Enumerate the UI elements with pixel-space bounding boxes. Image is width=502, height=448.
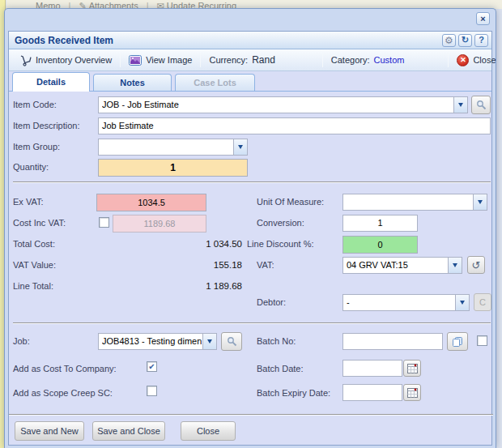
- details-form: Item Code: JOB - Job Estimate Item Descr…: [9, 92, 491, 444]
- vat-value-label: VAT Value:: [13, 260, 56, 270]
- goods-received-item-window: × Goods Received Item ⚙ ↻ ? Inventory Ov…: [4, 8, 496, 448]
- image-icon: [129, 55, 142, 66]
- category-value-link[interactable]: Custom: [374, 55, 405, 65]
- line-discount-label: Line Discount %:: [247, 239, 314, 249]
- batch-date-label: Batch Date:: [257, 364, 303, 373]
- footer-divider: [9, 414, 493, 416]
- close-icon: ×: [480, 15, 485, 23]
- close-circle-icon: ✕: [457, 54, 469, 66]
- quantity-input[interactable]: 1: [98, 159, 248, 177]
- section-divider: [13, 322, 491, 324]
- debtor-label: Debtor:: [257, 297, 286, 307]
- save-and-close-button[interactable]: Save and Close: [92, 421, 165, 441]
- line-total-label: Line Total:: [13, 281, 53, 291]
- item-group-label: Item Group:: [13, 142, 60, 151]
- item-code-search-button[interactable]: [471, 96, 491, 114]
- job-label: Job:: [13, 336, 30, 346]
- vat-value-value: 155.18: [138, 260, 242, 270]
- batch-expiry-date-input[interactable]: [342, 384, 402, 401]
- conversion-input[interactable]: 1: [342, 215, 418, 232]
- section-divider: [13, 181, 491, 183]
- refresh-icon: ↻: [462, 36, 469, 45]
- chevron-down-icon[interactable]: [448, 258, 462, 273]
- toolbar-separator: [200, 53, 201, 67]
- batch-no-input[interactable]: [342, 333, 443, 350]
- vat-label: VAT:: [257, 260, 274, 270]
- currency-display: Currency: Rand: [204, 51, 279, 69]
- add-cost-to-company-label: Add as Cost To Company:: [13, 364, 117, 373]
- chevron-down-icon[interactable]: [473, 194, 487, 210]
- settings-button[interactable]: ⚙: [442, 34, 456, 47]
- tab-case-lots: Case Lots: [175, 74, 255, 91]
- vat-combo[interactable]: 04 GRV VAT:15: [342, 257, 462, 274]
- item-code-label: Item Code:: [13, 100, 57, 109]
- copy-icon: [452, 336, 463, 348]
- total-cost-value: 1 034.50: [138, 239, 242, 249]
- batch-expiry-date-picker-button[interactable]: [403, 384, 421, 401]
- cost-inc-vat-checkbox[interactable]: [99, 217, 109, 228]
- panel-header: Goods Received Item ⚙ ↻ ?: [9, 32, 491, 49]
- cost-inc-vat-input: 1189.68: [113, 215, 206, 233]
- conversion-label: Conversion:: [257, 218, 304, 228]
- unit-of-measure-combo[interactable]: [342, 194, 487, 211]
- cost-inc-vat-label: Cost Inc VAT:: [13, 218, 66, 228]
- debtor-c-button: C: [474, 293, 491, 311]
- calendar-icon: [407, 387, 418, 398]
- close-button[interactable]: Close: [181, 421, 236, 441]
- help-button[interactable]: ?: [474, 34, 488, 47]
- quantity-label: Quantity:: [13, 162, 49, 172]
- batch-date-input[interactable]: [342, 360, 402, 377]
- item-code-combo[interactable]: JOB - Job Estimate: [98, 96, 468, 113]
- batch-date-picker-button[interactable]: [403, 360, 421, 377]
- add-cost-to-company-checkbox[interactable]: [147, 361, 157, 372]
- window-close-button[interactable]: ×: [476, 12, 490, 25]
- item-description-input[interactable]: Job Estimate: [98, 117, 491, 134]
- toolbar-separator: [120, 53, 121, 67]
- currency-value: Rand: [252, 54, 275, 66]
- ex-vat-input[interactable]: 1034.5: [96, 194, 206, 211]
- view-image-button[interactable]: View Image: [124, 51, 197, 69]
- chevron-down-icon[interactable]: [453, 97, 467, 113]
- unit-of-measure-label: Unit Of Measure:: [257, 197, 324, 207]
- add-scope-creep-label: Add as Scope Creep SC:: [13, 388, 113, 398]
- search-icon: [227, 336, 237, 347]
- tab-notes[interactable]: Notes: [93, 74, 172, 91]
- job-combo[interactable]: JOB4813 - Testing dimensi: [98, 333, 217, 350]
- goods-received-item-panel: Goods Received Item ⚙ ↻ ? Inventory Over…: [8, 31, 492, 446]
- add-scope-creep-checkbox[interactable]: [147, 386, 157, 396]
- item-group-combo[interactable]: [98, 139, 248, 156]
- search-icon: [476, 100, 487, 110]
- line-discount-input[interactable]: 0: [342, 236, 418, 254]
- toolbar: Inventory Overview View Image Currency: …: [9, 49, 491, 71]
- reset-icon: ↺: [472, 259, 481, 271]
- chevron-down-icon[interactable]: [233, 139, 247, 155]
- help-icon: ?: [479, 36, 484, 45]
- tabstrip: Details Notes Case Lots: [9, 71, 491, 92]
- page-title: Goods Received Item: [15, 35, 442, 46]
- item-description-label: Item Description:: [13, 121, 80, 130]
- line-total-value: 1 189.68: [138, 281, 242, 291]
- chevron-down-icon[interactable]: [455, 295, 469, 310]
- ex-vat-label: Ex VAT:: [13, 197, 44, 207]
- tab-details[interactable]: Details: [12, 72, 90, 92]
- inventory-overview-button[interactable]: Inventory Overview: [15, 51, 117, 69]
- chevron-down-icon[interactable]: [202, 334, 216, 349]
- gear-icon: ⚙: [445, 36, 453, 45]
- debtor-combo[interactable]: -: [342, 294, 470, 311]
- toolbar-separator: [448, 53, 449, 67]
- batch-no-label: Batch No:: [257, 336, 296, 346]
- job-search-button[interactable]: [221, 332, 242, 351]
- batch-expiry-date-label: Batch Expiry Date:: [257, 388, 330, 398]
- toolbar-separator: [322, 53, 323, 67]
- save-and-new-button[interactable]: Save and New: [15, 421, 84, 441]
- toolbar-close-button[interactable]: ✕ Close: [452, 51, 500, 69]
- calendar-icon: [407, 363, 418, 373]
- batch-no-checkbox[interactable]: [477, 335, 487, 346]
- vat-reset-button[interactable]: ↺: [467, 256, 485, 274]
- refresh-button[interactable]: ↻: [458, 34, 472, 47]
- cart-icon: [19, 54, 32, 66]
- total-cost-label: Total Cost:: [13, 239, 55, 249]
- batch-copy-button[interactable]: [447, 332, 468, 351]
- category-display: Category: Custom: [326, 51, 410, 69]
